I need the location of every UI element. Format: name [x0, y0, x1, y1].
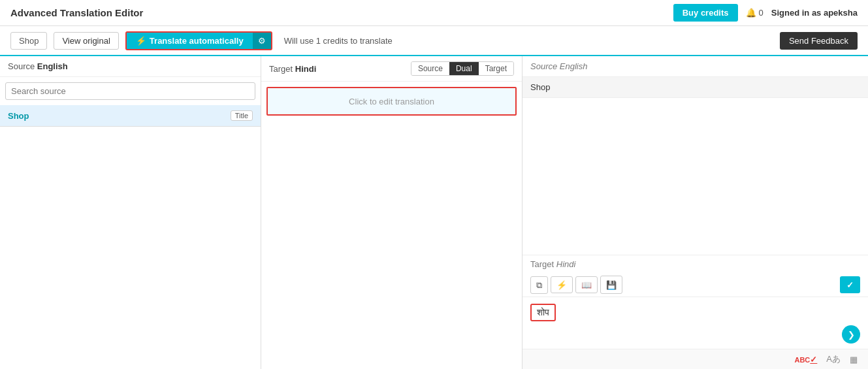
translate-auto-wrapper: ⚡ Translate automatically ⚙: [125, 31, 272, 50]
gear-icon: ⚙: [258, 36, 266, 46]
view-toggle: Source Dual Target: [411, 61, 514, 76]
buy-credits-button[interactable]: Buy credits: [673, 4, 738, 22]
credits-area: 🔔 0: [746, 8, 764, 18]
click-to-edit-label: Click to edit translation: [349, 97, 434, 106]
right-source-header: Source English: [522, 56, 868, 77]
shop-button[interactable]: Shop: [10, 32, 47, 50]
grid-view-button[interactable]: ▦: [847, 353, 860, 366]
header-left: Advanced Translation Editor: [10, 7, 143, 18]
translation-input-area[interactable]: शोप ❯: [522, 297, 868, 349]
app-title: Advanced Translation Editor: [10, 7, 143, 18]
save-draft-button[interactable]: 💾: [600, 276, 622, 294]
copy-translation-button[interactable]: ⧉: [530, 276, 548, 294]
source-lang: English: [37, 61, 68, 71]
credits-icon: 🔔: [746, 8, 756, 18]
source-row[interactable]: Shop Title: [0, 105, 261, 127]
right-target-header: Target Hindi: [522, 255, 868, 273]
right-target-lang: Hindi: [556, 259, 576, 269]
credits-count: 0: [759, 8, 764, 18]
toggle-target-button[interactable]: Target: [479, 62, 513, 75]
right-spacer: [522, 98, 868, 255]
spellcheck-button[interactable]: ABC✓: [792, 353, 820, 366]
bottom-tools: ABC✓ Aあ ▦: [522, 349, 868, 369]
spellcheck-icon: ABC✓: [794, 356, 817, 364]
confirm-translation-button[interactable]: ✓: [840, 276, 860, 293]
history-button[interactable]: 📖: [575, 276, 598, 293]
header-right: Buy credits 🔔 0 Signed in as apeksha: [673, 4, 858, 22]
auto-translate-icon-button[interactable]: ⚡: [551, 276, 573, 293]
grid-icon: ▦: [850, 355, 858, 364]
send-feedback-button[interactable]: Send Feedback: [780, 32, 858, 50]
toggle-dual-button[interactable]: Dual: [449, 62, 479, 75]
source-panel-header: Source English: [0, 56, 261, 77]
lightning-small-icon: ⚡: [556, 280, 567, 290]
right-source-value: Shop: [522, 77, 868, 98]
save-icon: 💾: [606, 280, 617, 290]
signed-in-label: Signed in as apeksha: [771, 8, 858, 18]
source-row-text: Shop: [8, 111, 231, 121]
translate-chars-button[interactable]: Aあ: [824, 352, 843, 366]
credits-info-text: Will use 1 credits to translate: [284, 36, 393, 46]
translation-cell[interactable]: Click to edit translation: [268, 88, 515, 114]
right-panel: Source English Shop Target Hindi ⧉ ⚡ 📖 💾…: [522, 56, 868, 369]
book-icon: 📖: [581, 280, 592, 290]
target-lang-label: Target Hindi: [269, 64, 316, 74]
toggle-source-button[interactable]: Source: [411, 62, 449, 75]
username-label: apeksha: [824, 8, 858, 18]
search-input[interactable]: [5, 82, 255, 100]
lightning-icon: ⚡: [136, 36, 146, 46]
translate-auto-button[interactable]: ⚡ Translate automatically: [127, 33, 253, 49]
arrow-right-button[interactable]: ❯: [842, 325, 860, 344]
source-row-badge: Title: [231, 110, 253, 121]
middle-panel: Target Hindi Source Dual Target Click to…: [261, 56, 522, 369]
app-header: Advanced Translation Editor Buy credits …: [0, 0, 868, 26]
check-icon: ✓: [846, 280, 854, 290]
target-lang: Hindi: [295, 64, 317, 74]
main-layout: Source English Shop Title Target Hindi S…: [0, 56, 868, 369]
copy-icon: ⧉: [536, 280, 542, 290]
translation-toolbar: ⧉ ⚡ 📖 💾 ✓: [522, 273, 868, 297]
translation-cell-wrapper: Click to edit translation: [266, 87, 517, 116]
translate-chars-icon: Aあ: [826, 354, 841, 364]
middle-panel-header: Target Hindi Source Dual Target: [261, 56, 522, 82]
arrow-right-icon: ❯: [848, 330, 855, 340]
source-panel: Source English Shop Title: [0, 56, 261, 369]
translate-settings-button[interactable]: ⚙: [253, 33, 271, 49]
hindi-text-value: शोप: [530, 304, 556, 321]
toolbar: Shop View original ⚡ Translate automatic…: [0, 26, 868, 56]
view-original-button[interactable]: View original: [54, 32, 118, 50]
